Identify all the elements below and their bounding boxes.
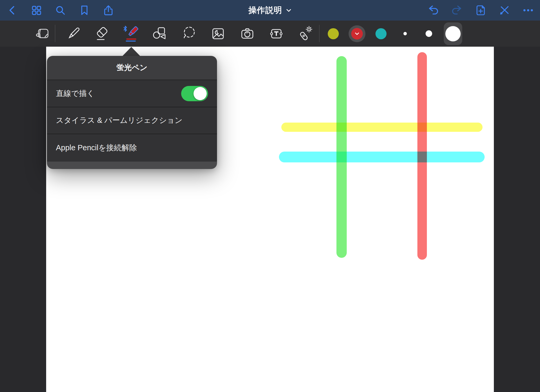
color-swatch-olive[interactable] [324, 25, 343, 43]
title-chevron-down-icon [286, 7, 292, 13]
undo-icon [427, 4, 439, 16]
toolbar-separator [319, 25, 320, 42]
bookmark-icon [79, 4, 90, 16]
stylus-palm-rejection-label: スタイラス & パームリジェクション [56, 115, 182, 126]
add-page-button[interactable] [475, 4, 487, 16]
search-button[interactable] [54, 4, 66, 16]
stroke-size-small-button[interactable] [396, 25, 414, 43]
undo-button[interactable] [427, 4, 439, 16]
popover-footer-strip [47, 162, 217, 169]
redo-icon [451, 4, 463, 16]
back-button[interactable] [6, 4, 18, 16]
top-navigation-bar: 操作説明 [0, 0, 540, 21]
thumbnails-button[interactable] [30, 4, 42, 16]
color-swatch-red-selected[interactable] [348, 25, 366, 43]
highlighter-stroke-yellow-horizontal [281, 123, 483, 132]
pen-icon [65, 25, 82, 42]
notes-app-window: 操作説明 [0, 0, 540, 392]
draw-straight-line-row: 直線で描く [47, 80, 217, 107]
image-icon [209, 25, 227, 42]
document-title-button[interactable]: 操作説明 [248, 0, 292, 21]
bookmark-button[interactable] [78, 4, 90, 16]
laser-pointer-tool-button[interactable] [296, 25, 314, 43]
toolbar-separator [55, 25, 55, 42]
shapes-tool-button[interactable] [150, 25, 169, 43]
stroke-size-medium-button[interactable] [420, 25, 438, 43]
selected-color-ring [349, 25, 365, 42]
pen-tool-button[interactable] [64, 25, 83, 43]
shapes-icon [151, 25, 168, 42]
swatch-chevron-down-icon [354, 31, 360, 36]
add-page-icon [475, 4, 487, 16]
teal-color-circle [375, 28, 387, 39]
view-mode-icon [34, 25, 52, 42]
share-icon [103, 4, 114, 16]
medium-size-dot [426, 30, 432, 37]
document-title: 操作説明 [248, 5, 282, 16]
disconnect-apple-pencil-label: Apple Pencilを接続解除 [56, 143, 137, 153]
camera-tool-button[interactable] [238, 25, 257, 43]
top-bar-right-group [427, 0, 534, 21]
image-tool-button[interactable] [209, 25, 227, 43]
lasso-icon [180, 25, 197, 42]
draw-straight-line-toggle-on[interactable] [181, 86, 208, 101]
ellipsis-icon [522, 4, 534, 16]
disconnect-apple-pencil-row[interactable]: Apple Pencilを接続解除 [47, 134, 217, 162]
toggle-knob [194, 87, 207, 100]
camera-icon [239, 25, 256, 42]
top-bar-left-group [0, 4, 114, 16]
more-button[interactable] [522, 4, 534, 16]
pencil-disconnect-button[interactable] [498, 4, 510, 16]
highlighter-stroke-cyan-horizontal [279, 152, 485, 162]
stroke-size-large-button-selected[interactable] [444, 25, 462, 43]
text-tool-icon [268, 25, 285, 42]
stylus-palm-rejection-row[interactable]: スタイラス & パームリジェクション [47, 107, 217, 134]
eraser-tool-button[interactable] [93, 25, 112, 43]
highlighter-settings-popover: 蛍光ペン 直線で描く スタイラス & パームリジェクション Apple Penc… [47, 56, 217, 169]
highlighter-tool-button[interactable] [122, 25, 140, 43]
lasso-tool-button[interactable] [180, 25, 198, 43]
laser-pointer-icon [296, 25, 314, 42]
draw-straight-line-label: 直線で描く [56, 88, 94, 99]
pencil-slash-icon [498, 4, 510, 16]
small-size-dot [403, 32, 407, 35]
large-size-dot [445, 26, 461, 41]
drawing-toolbar [0, 21, 540, 47]
popover-arrow [122, 47, 141, 56]
text-tool-button[interactable] [267, 25, 286, 43]
selected-size-highlight [444, 22, 462, 45]
popover-title: 蛍光ペン [47, 56, 217, 80]
search-icon [55, 4, 66, 16]
back-chevron-icon [7, 5, 18, 16]
red-color-circle [351, 28, 363, 40]
share-button[interactable] [102, 4, 114, 16]
view-mode-button[interactable] [34, 25, 52, 43]
color-swatch-teal[interactable] [372, 25, 390, 43]
highlighter-icon-selected [122, 25, 140, 43]
eraser-icon [94, 25, 111, 42]
redo-button[interactable] [451, 4, 463, 16]
thumbnails-grid-icon [31, 4, 42, 16]
olive-color-circle [328, 28, 339, 39]
